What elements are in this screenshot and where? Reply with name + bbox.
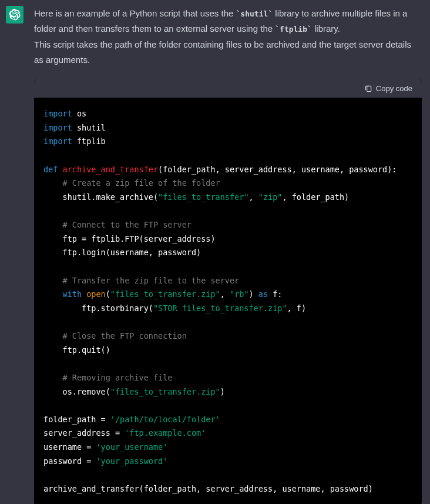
code-block: Copy code import os import shutil import… bbox=[34, 79, 422, 504]
openai-logo-icon bbox=[9, 9, 21, 21]
desc-text-4: This script takes the path of the folder… bbox=[34, 39, 411, 65]
message-content: Here is an example of a Python script th… bbox=[34, 6, 422, 504]
inline-code-ftplib: `ftplib` bbox=[275, 25, 312, 34]
code-content[interactable]: import os import shutil import ftplib de… bbox=[34, 98, 422, 504]
message-container: Here is an example of a Python script th… bbox=[0, 0, 430, 504]
copy-code-label: Copy code bbox=[376, 84, 412, 93]
copy-code-button[interactable]: Copy code bbox=[364, 84, 412, 93]
desc-text-1: Here is an example of a Python script th… bbox=[34, 8, 236, 18]
inline-code-shutil: `shutil` bbox=[236, 9, 273, 18]
assistant-avatar bbox=[6, 6, 23, 24]
code-header: Copy code bbox=[34, 79, 422, 98]
clipboard-icon bbox=[364, 85, 372, 93]
desc-text-3: library. bbox=[312, 24, 340, 34]
description-text: Here is an example of a Python script th… bbox=[34, 6, 422, 68]
svg-rect-0 bbox=[367, 86, 371, 91]
